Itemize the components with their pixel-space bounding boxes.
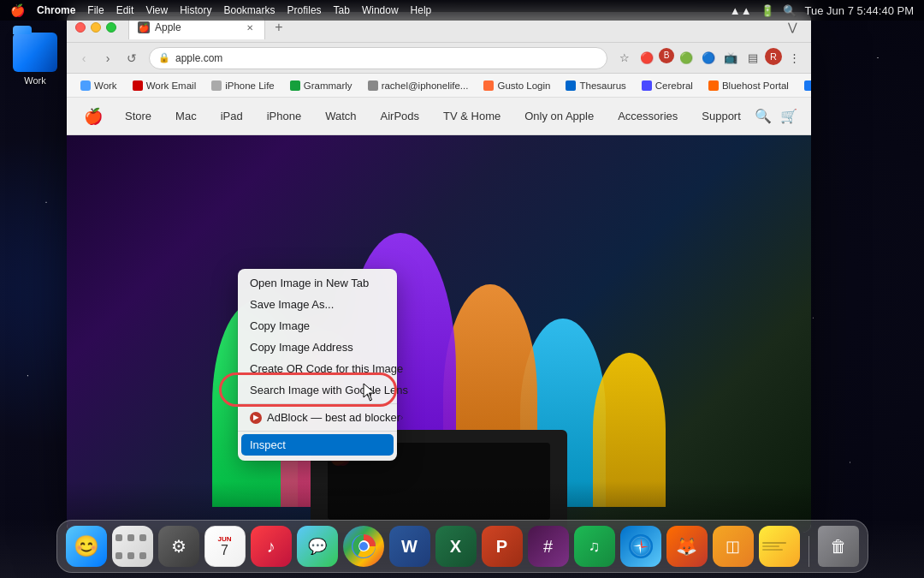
bookmark-star-icon[interactable]: ☆ <box>614 48 635 69</box>
menu-view[interactable]: View <box>145 4 168 16</box>
apple-nav-tv[interactable]: TV & Home <box>433 106 511 126</box>
desktop-folder-work[interactable]: Work <box>5 33 65 86</box>
adblock-arrow-icon: › <box>400 413 403 422</box>
apple-nav-only[interactable]: Only on Apple <box>514 106 604 126</box>
apple-nav-mac[interactable]: Mac <box>165 106 207 126</box>
search-icon[interactable]: 🔍 <box>783 4 797 17</box>
toolbar-action-icons: ☆ 🔴 B 🟢 🔵 📺 ▤ R ⋮ <box>614 48 804 69</box>
dock-word[interactable]: W <box>389 526 430 567</box>
dock-trash[interactable]: 🗑 <box>818 526 859 567</box>
context-copy-address[interactable]: Copy Image Address <box>238 337 397 358</box>
bookmark-grammarly[interactable]: Grammarly <box>283 76 359 95</box>
menu-edit[interactable]: Edit <box>116 4 134 16</box>
menu-history[interactable]: History <box>180 4 211 16</box>
close-button[interactable] <box>75 22 86 33</box>
reload-button[interactable]: ↺ <box>121 48 142 69</box>
chrome-extension-icon[interactable]: 🟢 <box>676 48 696 69</box>
dock-messages[interactable]: 💬 <box>297 526 338 567</box>
menu-profiles[interactable]: Profiles <box>287 4 322 16</box>
dock-chrome[interactable] <box>343 526 384 567</box>
bookmark-gusto[interactable]: Gusto Login <box>477 76 557 95</box>
dock-launchpad[interactable] <box>112 526 153 567</box>
battery-icon: 🔋 <box>761 4 774 17</box>
profile-icon[interactable]: R <box>765 48 782 65</box>
bookmark-thesaurus[interactable]: Thesaurus <box>559 76 632 95</box>
dock-finder[interactable]: 😊 <box>66 526 107 567</box>
bookmark-favicon-work <box>80 80 91 91</box>
sidebar-icon[interactable]: ▤ <box>743 48 763 69</box>
dock-calendar[interactable]: JUN 7 <box>204 526 246 567</box>
tab-close-button[interactable]: ✕ <box>244 21 256 33</box>
bookmark-favicon-cerebral <box>642 80 652 91</box>
apple-cart-icon[interactable]: 🛒 <box>780 108 797 124</box>
context-open-image[interactable]: Open Image in New Tab <box>238 272 397 294</box>
forward-button[interactable]: › <box>98 48 118 69</box>
bookmark-favicon-facebook <box>804 80 811 91</box>
context-save-image-label: Save Image As... <box>250 298 334 311</box>
dock-spotify[interactable]: ♫ <box>574 526 615 567</box>
adblock-icon: ▶ <box>250 412 262 424</box>
dock-excel[interactable]: X <box>435 526 477 567</box>
app-name[interactable]: Chrome <box>37 4 75 16</box>
apple-nav-watch[interactable]: Watch <box>315 106 366 126</box>
brave-lion-icon[interactable]: B <box>659 48 674 63</box>
system-bar-left: 🍎 Chrome File Edit View History Bookmark… <box>10 3 431 17</box>
bookmark-favicon-bluehost <box>708 80 719 91</box>
apple-nav-store[interactable]: Store <box>115 106 162 126</box>
bookmark-work[interactable]: Work <box>74 76 124 95</box>
cast-icon[interactable]: 📺 <box>720 48 741 69</box>
apple-nav-airpods[interactable]: AirPods <box>370 106 430 126</box>
tab-favicon: 🍎 <box>138 21 150 33</box>
dock-music[interactable]: ♪ <box>251 526 292 567</box>
bookmark-bluehost[interactable]: Bluehost Portal <box>702 76 796 95</box>
context-google-lens[interactable]: Search Image with Google Lens <box>238 379 397 401</box>
maximize-button[interactable] <box>106 22 116 33</box>
adblock-row: ▶ AdBlock — best ad blocker <box>250 411 400 424</box>
dock-powerpoint[interactable]: P <box>482 526 523 567</box>
dock-slack[interactable]: # <box>528 526 569 567</box>
menu-file[interactable]: File <box>87 4 104 16</box>
apple-menu-icon[interactable]: 🍎 <box>10 3 25 17</box>
apple-logo[interactable]: 🍎 <box>84 107 103 126</box>
menu-tab[interactable]: Tab <box>334 4 350 16</box>
apple-nav-accessories[interactable]: Accessories <box>607 106 688 126</box>
apple-nav-support[interactable]: Support <box>691 106 751 126</box>
context-adblock-label: AdBlock — best ad blocker <box>267 411 400 424</box>
extension-icon-2[interactable]: 🔵 <box>698 48 719 69</box>
web-content-area: 🍎 Open Image in New Tab Save Image As...… <box>67 135 811 533</box>
dock-preview[interactable]: ◫ <box>713 526 754 567</box>
more-menu-icon[interactable]: ⋮ <box>784 48 804 69</box>
url-display: apple.com <box>175 52 222 64</box>
dock-safari[interactable] <box>620 526 661 567</box>
bookmark-facebook[interactable]: Facebook <box>797 76 811 95</box>
lock-icon: 🔒 <box>158 52 170 63</box>
apple-nav-ipad[interactable]: iPad <box>210 106 253 126</box>
back-button[interactable]: ‹ <box>74 48 94 69</box>
bookmark-label-work: Work <box>94 80 117 91</box>
apple-search-icon[interactable]: 🔍 <box>755 108 772 124</box>
bookmark-cerebral[interactable]: Cerebral <box>635 76 700 95</box>
bookmark-iphone-life[interactable]: iPhone Life <box>204 76 281 95</box>
svg-point-2 <box>359 542 368 551</box>
dock-notes[interactable] <box>759 526 800 567</box>
context-qr-code[interactable]: Create QR Code for this Image <box>238 358 397 379</box>
dock-container: 😊 ⚙ JUN 7 ♪ 💬 <box>56 520 868 573</box>
bookmark-work-email[interactable]: Work Email <box>126 76 204 95</box>
minimize-button[interactable] <box>91 22 101 33</box>
dock-system-preferences[interactable]: ⚙ <box>158 526 199 567</box>
menu-window[interactable]: Window <box>362 4 399 16</box>
context-copy-image[interactable]: Copy Image <box>238 315 397 337</box>
context-save-image[interactable]: Save Image As... <box>238 294 397 315</box>
context-menu: Open Image in New Tab Save Image As... C… <box>238 269 397 461</box>
bookmark-rachel[interactable]: rachel@iphonelife... <box>361 76 476 95</box>
desktop: 🍎 Chrome File Edit View History Bookmark… <box>0 0 924 578</box>
apple-nav-iphone[interactable]: iPhone <box>257 106 311 126</box>
context-adblock[interactable]: ▶ AdBlock — best ad blocker › <box>238 407 397 428</box>
menu-help[interactable]: Help <box>411 4 432 16</box>
context-inspect[interactable]: Inspect <box>241 434 394 456</box>
apple-hero-section: 🍎 <box>67 135 811 533</box>
extensions-puzzle-icon[interactable]: 🔴 <box>637 48 657 69</box>
menu-bookmarks[interactable]: Bookmarks <box>224 4 275 16</box>
address-bar[interactable]: 🔒 apple.com <box>149 47 607 69</box>
dock-firefox[interactable]: 🦊 <box>666 526 708 567</box>
